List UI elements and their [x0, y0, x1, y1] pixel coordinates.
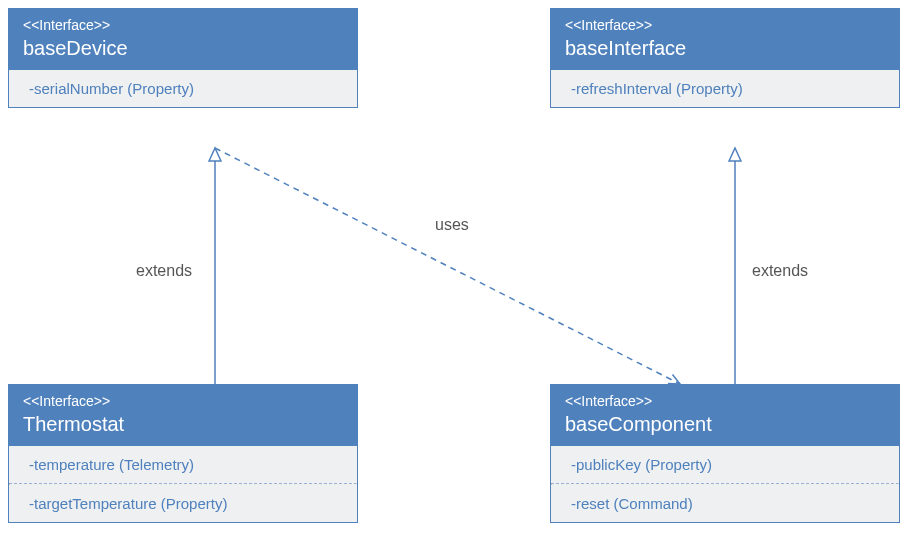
member-row: -targetTemperature (Property) — [9, 485, 357, 522]
class-basedevice: <<Interface>> baseDevice -serialNumber (… — [8, 8, 358, 108]
stereotype-label: <<Interface>> — [565, 393, 885, 409]
class-body: -temperature (Telemetry) -targetTemperat… — [9, 446, 357, 522]
class-header: <<Interface>> baseInterface — [551, 9, 899, 70]
class-thermostat: <<Interface>> Thermostat -temperature (T… — [8, 384, 358, 523]
relation-label-extends-right: extends — [752, 262, 808, 280]
class-header: <<Interface>> baseDevice — [9, 9, 357, 70]
class-header: <<Interface>> baseComponent — [551, 385, 899, 446]
stereotype-label: <<Interface>> — [23, 393, 343, 409]
stereotype-label: <<Interface>> — [23, 17, 343, 33]
class-baseinterface: <<Interface>> baseInterface -refreshInte… — [550, 8, 900, 108]
relation-label-uses: uses — [435, 216, 469, 234]
class-body: -refreshInterval (Property) — [551, 70, 899, 107]
class-basecomponent: <<Interface>> baseComponent -publicKey (… — [550, 384, 900, 523]
relation-label-extends-left: extends — [136, 262, 192, 280]
member-row: -publicKey (Property) — [551, 446, 899, 483]
member-row: -reset (Command) — [551, 485, 899, 522]
class-name: Thermostat — [23, 413, 343, 436]
member-row: -temperature (Telemetry) — [9, 446, 357, 483]
class-name: baseInterface — [565, 37, 885, 60]
class-header: <<Interface>> Thermostat — [9, 385, 357, 446]
member-row: -serialNumber (Property) — [9, 70, 357, 107]
class-body: -publicKey (Property) -reset (Command) — [551, 446, 899, 522]
stereotype-label: <<Interface>> — [565, 17, 885, 33]
class-body: -serialNumber (Property) — [9, 70, 357, 107]
member-row: -refreshInterval (Property) — [551, 70, 899, 107]
class-name: baseDevice — [23, 37, 343, 60]
class-name: baseComponent — [565, 413, 885, 436]
edge-thermostat-uses-basecomponent — [215, 148, 680, 384]
